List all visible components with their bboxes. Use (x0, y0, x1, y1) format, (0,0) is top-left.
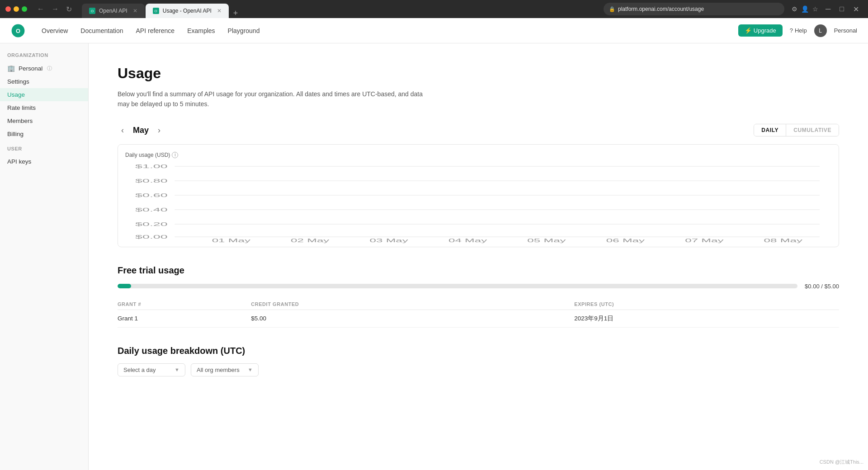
tab-openai-api[interactable]: O OpenAI API ✕ (82, 4, 145, 18)
svg-text:$0.40: $0.40 (135, 207, 168, 213)
grant-expires: 2023年9月1日 (556, 310, 839, 327)
browser-chrome: ← → ↻ O OpenAI API ✕ O Usage - OpenAI AP… (0, 0, 868, 18)
toggle-daily-button[interactable]: DAILY (754, 124, 786, 136)
help-button[interactable]: ? Help (790, 27, 807, 34)
address-bar[interactable]: 🔒 platform.openai.com/account/usage (604, 3, 784, 15)
nav-documentation[interactable]: Documentation (75, 24, 128, 38)
nav-overview[interactable]: Overview (36, 24, 73, 38)
sidebar-item-api-keys[interactable]: API keys (0, 155, 88, 168)
nav-playground[interactable]: Playground (222, 24, 265, 38)
minimize-btn[interactable] (14, 6, 19, 12)
maximize-btn[interactable] (22, 6, 27, 12)
sidebar-item-label-usage: Usage (7, 91, 25, 98)
toggle-cumulative-button[interactable]: CUMULATIVE (786, 124, 839, 136)
openai-logo[interactable]: O (11, 24, 25, 38)
svg-text:03 May: 03 May (369, 238, 408, 243)
chart-area: $1.00 $0.80 $0.60 $0.40 $0.20 $0.00 (125, 162, 831, 243)
org-section-label: ORGANIZATION (0, 52, 88, 61)
tab-usage-openai[interactable]: O Usage - OpenAI API ✕ (146, 4, 229, 18)
upgrade-label: Upgrade (754, 27, 776, 34)
usage-bar-fill (118, 284, 131, 288)
chart-info-icon[interactable]: i (172, 152, 178, 158)
col-header-expires: EXPIRES (UTC) (556, 299, 839, 310)
day-select[interactable]: Select a day ▼ (118, 363, 185, 376)
personal-icon: 🏢 (7, 65, 15, 72)
col-header-grant: GRANT # (118, 299, 233, 310)
user-name[interactable]: Personal (834, 27, 857, 34)
user-avatar[interactable]: L (814, 24, 827, 37)
win-close[interactable]: ✕ (849, 5, 863, 14)
chart-prev-button[interactable]: ‹ (118, 124, 127, 137)
chart-header: ‹ May › DAILY CUMULATIVE (118, 124, 839, 137)
chart-section: ‹ May › DAILY CUMULATIVE Daily usage (US… (118, 124, 839, 247)
svg-text:07 May: 07 May (685, 238, 723, 243)
tab-close-1[interactable]: ✕ (133, 8, 137, 14)
grant-number: Grant 1 (118, 310, 233, 327)
tab-close-2[interactable]: ✕ (217, 8, 222, 14)
svg-text:$0.80: $0.80 (135, 178, 168, 184)
win-restore[interactable]: □ (836, 5, 848, 14)
secure-icon: 🔒 (609, 6, 615, 12)
breakdown-section: Daily usage breakdown (UTC) Select a day… (118, 346, 839, 376)
profile-icon[interactable]: 👤 (801, 5, 809, 13)
user-initial: L (819, 28, 822, 34)
svg-text:06 May: 06 May (606, 238, 645, 243)
upgrade-button[interactable]: ⚡ Upgrade (738, 24, 783, 37)
sidebar-item-billing[interactable]: Billing (0, 127, 88, 141)
svg-text:04 May: 04 May (448, 238, 487, 243)
browser-navigation: ← → ↻ (34, 4, 75, 14)
chart-month: May (133, 126, 149, 135)
breakdown-title: Daily usage breakdown (UTC) (118, 346, 839, 356)
grant-credit: $5.00 (233, 310, 556, 327)
user-section-label: USER (0, 146, 88, 155)
svg-text:$1.00: $1.00 (135, 164, 168, 169)
sidebar-item-personal[interactable]: 🏢 Personal ⓘ (0, 61, 88, 75)
chart-label: Daily usage (USD) i (125, 152, 831, 158)
sidebar-item-rate-limits[interactable]: Rate limits (0, 101, 88, 114)
col-header-credit: CREDIT GRANTED (233, 299, 556, 310)
reload-button[interactable]: ↻ (63, 4, 75, 14)
tab-favicon-2: O (153, 8, 159, 14)
chart-toggle: DAILY CUMULATIVE (754, 124, 839, 136)
breakdown-filters: Select a day ▼ All org members ▼ (118, 363, 839, 376)
chart-next-button[interactable]: › (154, 124, 164, 137)
tab-favicon-1: O (89, 8, 95, 14)
svg-text:O: O (16, 27, 20, 34)
nav-api-reference[interactable]: API reference (131, 24, 180, 38)
tab-title-1: OpenAI API (99, 8, 127, 14)
bookmark-icon[interactable]: ☆ (812, 5, 818, 13)
sidebar: ORGANIZATION 🏢 Personal ⓘ Settings Usage… (0, 43, 89, 470)
new-tab-button[interactable]: + (230, 9, 242, 18)
svg-text:02 May: 02 May (291, 238, 329, 243)
day-select-label: Select a day (123, 367, 156, 373)
help-label: Help (795, 27, 807, 34)
top-navigation: O Overview Documentation API reference E… (0, 18, 868, 43)
browser-actions: ⚙ 👤 ☆ (792, 5, 818, 13)
chart-label-text: Daily usage (USD) (125, 152, 170, 158)
free-trial-title: Free trial usage (118, 265, 839, 276)
sidebar-item-label-personal: Personal (19, 65, 42, 72)
sidebar-item-settings[interactable]: Settings (0, 75, 88, 88)
page-description: Below you'll find a summary of API usage… (118, 89, 434, 109)
nav-examples[interactable]: Examples (182, 24, 220, 38)
forward-button[interactable]: → (49, 4, 61, 14)
usage-bar-track (118, 284, 797, 288)
nav-items: Overview Documentation API reference Exa… (36, 24, 265, 38)
watermark: CSDN @江城This... (820, 459, 863, 465)
address-text: platform.openai.com/account/usage (618, 6, 704, 12)
member-select[interactable]: All org members ▼ (191, 363, 259, 376)
chart-navigation: ‹ May › (118, 124, 164, 137)
back-button[interactable]: ← (34, 4, 47, 14)
svg-text:$0.60: $0.60 (135, 193, 168, 198)
svg-text:$0.00: $0.00 (135, 234, 168, 240)
sidebar-item-usage[interactable]: Usage (0, 88, 88, 101)
win-minimize[interactable]: ─ (822, 5, 834, 14)
sidebar-item-members[interactable]: Members (0, 114, 88, 127)
usage-amount: $0.00 / $5.00 (805, 283, 839, 290)
window-controls: ─ □ ✕ (822, 5, 863, 14)
close-btn[interactable] (5, 6, 11, 12)
svg-text:05 May: 05 May (527, 238, 566, 243)
extensions-icon[interactable]: ⚙ (792, 5, 797, 13)
page-title: Usage (118, 65, 839, 82)
day-select-arrow: ▼ (175, 367, 179, 372)
